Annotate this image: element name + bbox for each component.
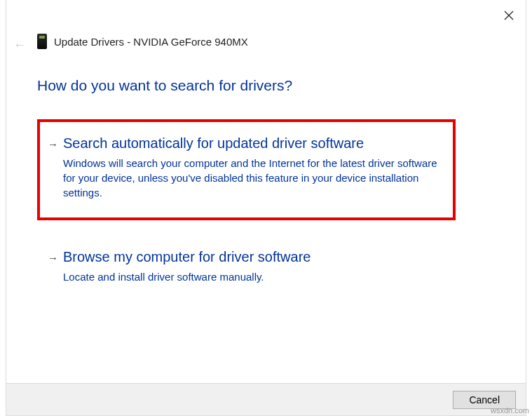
option-description: Windows will search your computer and th… [63,156,442,200]
arrow-right-icon: → [48,138,58,150]
close-button[interactable] [502,8,516,22]
option-title: Browse my computer for driver software [63,249,442,265]
dialog-header: Update Drivers - NVIDIA GeForce 940MX [37,34,248,49]
option-search-automatically[interactable]: → Search automatically for updated drive… [37,119,456,220]
update-drivers-dialog: ← Update Drivers - NVIDIA GeForce 940MX … [6,0,526,416]
back-arrow-icon: ← [13,38,26,53]
option-browse-computer[interactable]: → Browse my computer for driver software… [37,233,456,304]
close-icon [504,11,514,20]
options-container: → Search automatically for updated drive… [37,119,456,317]
device-icon [37,34,47,49]
arrow-right-icon: → [48,252,58,264]
dialog-title: Update Drivers - NVIDIA GeForce 940MX [54,36,248,48]
option-description: Locate and install driver software manua… [63,269,442,284]
main-heading: How do you want to search for drivers? [37,77,292,94]
watermark: wsxdn.com [491,406,529,415]
dialog-footer: Cancel [6,383,526,415]
option-title: Search automatically for updated driver … [63,135,442,152]
